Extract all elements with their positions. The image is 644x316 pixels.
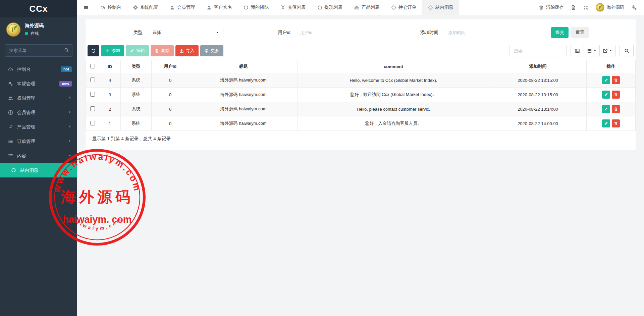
column-header[interactable]: ID: [99, 60, 121, 73]
column-header[interactable]: comment: [298, 60, 489, 73]
cell-type: 系统: [121, 88, 152, 102]
edit-row-button[interactable]: [602, 119, 610, 127]
navbar-tab[interactable]: 控制台: [95, 0, 127, 15]
avatar: [6, 22, 21, 37]
fullscreen-button[interactable]: [583, 5, 588, 10]
list-icon: [8, 139, 13, 144]
delete-button[interactable]: 删除: [151, 45, 174, 56]
export-button[interactable]: [600, 45, 615, 56]
gauge-icon: [100, 5, 105, 10]
cell-type: 系统: [121, 116, 152, 131]
cell-comment: Hello, welcome to Ccx (Global Market Ind…: [298, 73, 489, 88]
sidebar-item-label: 订单管理: [17, 139, 64, 145]
sidebar-search-input[interactable]: [5, 44, 72, 57]
settings-button[interactable]: [632, 5, 637, 10]
search-icon: [624, 48, 629, 53]
type-select-value: 选择: [152, 30, 161, 36]
cell-comment: 您好，歡迎訪問 Ccx (Global Market Index)。: [298, 88, 489, 102]
cell-type: 系统: [121, 102, 152, 116]
navbar-tab-label: 充值列表: [288, 4, 306, 10]
detail-view-button[interactable]: [571, 45, 584, 56]
reset-button[interactable]: 重置: [571, 27, 589, 38]
navbar-tab[interactable]: 持仓订单: [385, 0, 422, 15]
more-button[interactable]: 更多: [200, 45, 223, 56]
sidebar-item[interactable]: 权限管理: [0, 91, 77, 105]
clear-cache-button[interactable]: 清除缓存: [539, 4, 564, 10]
edit-row-button[interactable]: [602, 76, 610, 84]
sidebar-item[interactable]: 内容: [0, 149, 77, 163]
user-panel: 海外源码 在线: [0, 17, 77, 40]
refresh-button[interactable]: [88, 45, 99, 56]
delete-row-button[interactable]: [612, 105, 620, 113]
search-icon: [64, 48, 69, 53]
type-select[interactable]: 选择: [148, 27, 223, 38]
columns-button[interactable]: [584, 45, 600, 56]
row-checkbox[interactable]: [90, 106, 95, 111]
column-header[interactable]: 添加时间: [489, 60, 587, 73]
messages-panel: 类型 选择 用户id 添加时间 提交 重置: [86, 19, 636, 150]
gear-icon: [204, 49, 209, 53]
delete-row-button[interactable]: [612, 91, 620, 99]
submit-button[interactable]: 提交: [551, 27, 569, 38]
navbar-tab[interactable]: 会员管理: [164, 0, 201, 15]
sidebar-item[interactable]: 产品管理: [0, 120, 77, 134]
grid-icon: [587, 48, 592, 53]
cell-title: 海外源码 haiwaiym.com: [189, 73, 298, 88]
search-button[interactable]: [620, 45, 634, 56]
navbar-tab[interactable]: 站内消息: [422, 0, 459, 15]
row-checkbox[interactable]: [90, 92, 95, 97]
messages-table: ID 类型 用户id 标题 comment 添加时间 操作: [86, 60, 636, 131]
cell-addtime: 2020-08-22 14:00:00: [489, 116, 587, 131]
delete-row-button[interactable]: [612, 76, 620, 84]
edit-row-button[interactable]: [602, 105, 610, 113]
navbar-tab-label: 会员管理: [177, 4, 195, 10]
sidebar-item[interactable]: 会员管理: [0, 105, 77, 120]
cell-id: 3: [99, 88, 121, 102]
user-menu[interactable]: 海外源码: [596, 3, 624, 12]
row-checkbox[interactable]: [90, 121, 95, 125]
add-button[interactable]: 添加: [101, 45, 124, 56]
pencil-icon: [130, 49, 134, 53]
navbar-tab[interactable]: 客户实名: [201, 0, 238, 15]
sidebar-item[interactable]: 常规管理 new: [0, 76, 77, 91]
navbar-tab[interactable]: 提现列表: [312, 0, 348, 15]
sidebar-item[interactable]: 控制台 hot: [0, 62, 77, 76]
navbar-tab-label: 系统配置: [140, 4, 158, 10]
column-header[interactable]: 类型: [121, 60, 152, 73]
user-name: 海外源码: [25, 23, 44, 29]
column-header[interactable]: 操作: [587, 60, 636, 73]
edit-button[interactable]: 编辑: [126, 45, 149, 56]
cell-id: 4: [99, 73, 121, 88]
sidebar-toggle-button[interactable]: [77, 0, 95, 15]
table-search-input[interactable]: [509, 45, 567, 56]
navbar-tab[interactable]: 产品列表: [348, 0, 385, 15]
sidebar-item[interactable]: 订单管理: [0, 134, 77, 149]
sidebar-item-label: 内容: [17, 153, 64, 159]
list-icon: [8, 153, 13, 158]
circle-icon: [317, 5, 322, 10]
delete-row-button[interactable]: [612, 119, 620, 127]
gauge-icon: [8, 67, 13, 72]
upload-icon: [179, 49, 184, 53]
navbar-tab-label: 站内消息: [435, 4, 453, 10]
navbar-tab[interactable]: 充值列表: [275, 0, 312, 15]
filter-form: 类型 选择 用户id 添加时间 提交 重置: [86, 19, 636, 43]
navbar-tab-label: 持仓订单: [398, 4, 417, 10]
column-header[interactable]: 用户id: [152, 60, 189, 73]
content-area: 类型 选择 用户id 添加时间 提交 重置: [77, 15, 644, 316]
sidebar-item[interactable]: 站内消息: [0, 163, 77, 177]
cell-id: 2: [99, 102, 121, 116]
detail-view-icon: [575, 48, 580, 53]
import-button[interactable]: 导入: [175, 45, 199, 56]
trash-icon: [539, 5, 544, 10]
navbar-tab[interactable]: 系统配置: [127, 0, 164, 15]
addtime-input[interactable]: [444, 27, 519, 38]
navbar-tab[interactable]: 我的团队: [238, 0, 275, 15]
circle-icon: [11, 168, 16, 173]
row-checkbox[interactable]: [90, 77, 95, 82]
select-all-checkbox[interactable]: [90, 64, 95, 68]
edit-row-button[interactable]: [602, 91, 610, 99]
column-header[interactable]: 标题: [189, 60, 298, 73]
file-log-button[interactable]: [571, 5, 576, 10]
userid-input[interactable]: [296, 27, 371, 38]
